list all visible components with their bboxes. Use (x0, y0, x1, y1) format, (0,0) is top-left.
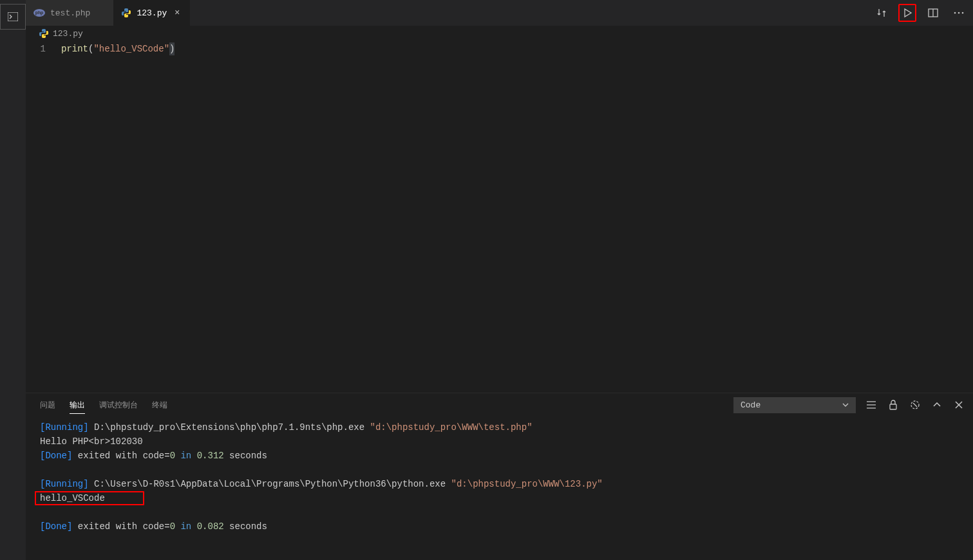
breadcrumb-file: 123.py (53, 29, 83, 39)
word-wrap-icon[interactable] (865, 398, 878, 411)
bottom-panel: 问题 输出 调试控制台 终端 Code [R (26, 393, 973, 560)
more-actions-icon[interactable] (950, 4, 968, 22)
clear-output-icon[interactable] (909, 398, 921, 411)
output-content[interactable]: [Running] D:\phpstudy_pro\Extensions\php… (26, 416, 973, 534)
run-code-button[interactable] (898, 4, 916, 22)
split-editor-icon[interactable] (924, 4, 942, 22)
panel-tab-output[interactable]: 输出 (70, 393, 85, 416)
php-icon: php (33, 9, 45, 17)
editor-area: php test.php × 123.py × (26, 0, 973, 393)
tab-123-py[interactable]: 123.py × (113, 0, 190, 26)
svg-point-3 (954, 12, 956, 14)
code-editor[interactable]: 1 print("hello_VSCode") (26, 41, 973, 55)
panel-tab-terminal[interactable]: 终端 (152, 393, 167, 416)
tab-test-php[interactable]: php test.php × (26, 0, 113, 26)
compare-changes-icon[interactable] (873, 4, 891, 22)
line-number: 1 (26, 42, 61, 55)
tab-actions (873, 0, 968, 26)
svg-line-11 (913, 403, 917, 407)
svg-rect-9 (890, 404, 896, 409)
tab-label: test.php (50, 8, 90, 18)
panel-tab-problems[interactable]: 问题 (40, 393, 55, 416)
panel-actions: Code (733, 393, 965, 416)
panel-tab-debug-console[interactable]: 调试控制台 (99, 393, 138, 416)
code-line: 1 print("hello_VSCode") (26, 42, 973, 55)
lock-scroll-icon[interactable] (887, 398, 900, 411)
tab-bar: php test.php × 123.py × (26, 0, 973, 26)
svg-point-5 (962, 12, 964, 14)
collapse-panel-icon[interactable] (930, 398, 943, 411)
close-panel-icon[interactable] (952, 398, 965, 411)
chevron-down-icon (842, 403, 849, 407)
python-icon (39, 28, 49, 39)
output-channel-select[interactable]: Code (733, 397, 856, 413)
tab-label: 123.py (137, 8, 167, 18)
output-highlight-annotation (35, 491, 144, 505)
python-icon (121, 8, 131, 18)
panel-tab-bar: 问题 输出 调试控制台 终端 Code (26, 393, 973, 416)
close-icon[interactable]: × (172, 8, 182, 18)
code-content[interactable]: print("hello_VSCode") (61, 42, 175, 55)
breadcrumb[interactable]: 123.py (26, 26, 973, 41)
svg-point-4 (958, 12, 960, 14)
